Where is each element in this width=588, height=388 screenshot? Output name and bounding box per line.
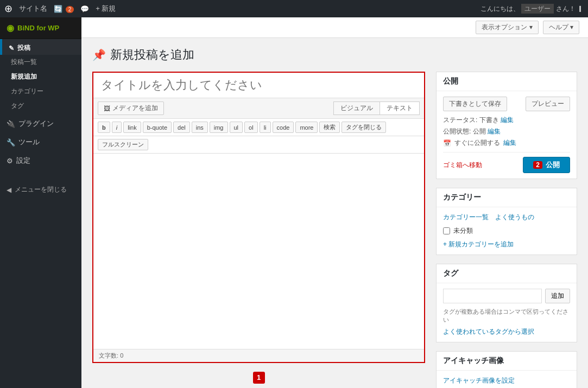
tag-input-row: 追加	[443, 289, 570, 303]
site-name[interactable]: サイト名	[19, 4, 47, 14]
settings-icon: ⚙	[7, 157, 13, 165]
sidebar: ◉ BiND for WP ✎ 投稿 投稿一覧 新規追加 カテゴリー タグ 🔌 …	[0, 17, 81, 388]
code-button[interactable]: code	[273, 122, 294, 133]
category-panel: カテゴリー カテゴリー一覧 よく使うもの 未分類 + 新規カテゴリーを追加	[436, 188, 577, 255]
visual-tab-button[interactable]: ビジュアル	[333, 101, 380, 115]
page-header: 📌 新規投稿を追加	[81, 38, 588, 63]
badge1: 1	[253, 372, 265, 384]
editor-top-toolbar: 🖼 メディアを追加 ビジュアル テキスト	[93, 98, 424, 119]
sidebar-item-posts-new[interactable]: 新規追加	[0, 69, 81, 84]
format-toolbar-2: フルスクリーン	[93, 136, 424, 154]
fullscreen-button[interactable]: フルスクリーン	[98, 139, 148, 150]
img-button[interactable]: img	[210, 122, 228, 133]
tags-panel-body: 追加 タグが複数ある場合はコンマで区切ってください よく使われているタグから選択	[437, 283, 577, 342]
del-button[interactable]: del	[173, 122, 190, 133]
editor-tab-buttons: ビジュアル テキスト	[333, 101, 420, 115]
sub-header: 表示オプション ▾ ヘルプ ▾	[81, 17, 588, 38]
meta-column: 公開 下書きとして保存 プレビュー ステータス: 下書き 編集 公開状態:	[436, 72, 577, 388]
admin-bar: ⊕ サイト名 🔄 2 💬 + 新規 こんにちは、 ユーザー さん！ ▎	[0, 0, 588, 17]
visibility-row: 公開状態: 公開 編集	[443, 127, 570, 136]
uncategorized-label: 未分類	[453, 226, 473, 236]
close-menu-label: メニューを閉じる	[15, 185, 67, 194]
format-toolbar: b i link b-quote del ins img ul ol li co…	[93, 119, 424, 136]
add-category-link[interactable]: + 新規カテゴリーを追加	[443, 240, 570, 249]
status-row: ステータス: 下書き 編集	[443, 116, 570, 125]
more-button[interactable]: more	[295, 122, 318, 133]
editor-content-area[interactable]	[93, 154, 424, 349]
set-eyecatch-link[interactable]: アイキャッチ画像を設定	[443, 377, 515, 384]
sidebar-brand[interactable]: ◉ BiND for WP	[0, 17, 81, 39]
bold-button[interactable]: b	[98, 122, 110, 133]
page-title: 新規投稿を追加	[110, 47, 194, 63]
trash-link[interactable]: ゴミ箱へ移動	[443, 161, 482, 170]
calendar-icon: 📅	[443, 139, 451, 147]
sidebar-item-tools[interactable]: 🔧 ツール	[0, 133, 81, 151]
posts-icon: ✎	[9, 44, 14, 52]
schedule-row: 📅 すぐに公開する 編集	[443, 138, 570, 148]
search-button[interactable]: 検索	[319, 122, 340, 133]
badge1-row: 1	[92, 370, 425, 384]
sidebar-item-plugins[interactable]: 🔌 プラグイン	[0, 115, 81, 133]
sidebar-item-posts-list[interactable]: 投稿一覧	[0, 55, 81, 69]
sidebar-item-settings[interactable]: ⚙ 設定	[0, 151, 81, 170]
sidebar-section-posts: ✎ 投稿 投稿一覧 新規追加 カテゴリー タグ	[0, 39, 81, 113]
tag-input[interactable]	[443, 289, 542, 303]
publish-panel: 公開 下書きとして保存 プレビュー ステータス: 下書き 編集 公開状態:	[436, 72, 577, 179]
ul-button[interactable]: ul	[230, 122, 243, 133]
eyecatch-panel-body: アイキャッチ画像を設定	[437, 371, 577, 388]
main-content: 表示オプション ▾ ヘルプ ▾ 📌 新規投稿を追加 🖼 メディアを追加	[81, 17, 588, 388]
eyecatch-panel: アイキャッチ画像 アイキャッチ画像を設定	[436, 351, 577, 388]
publish-footer: ゴミ箱へ移動 2 公開	[443, 152, 570, 173]
publish-button[interactable]: 2 公開	[523, 157, 570, 173]
popular-tags-link[interactable]: よく使われているタグから選択	[443, 328, 534, 335]
tools-label: ツール	[18, 137, 40, 147]
publish-panel-body: 下書きとして保存 プレビュー ステータス: 下書き 編集 公開状態: 公開 編集	[437, 91, 577, 179]
close-menu-icon: ◀	[7, 186, 11, 194]
update-count-icon[interactable]: 🔄 2	[54, 5, 74, 13]
publish-panel-title: 公開	[437, 72, 577, 91]
editor-box: 🖼 メディアを追加 ビジュアル テキスト b i link b-quot	[92, 72, 425, 363]
tags-panel: タグ 追加 タグが複数ある場合はコンマで区切ってください よく使われているタグか…	[436, 264, 577, 342]
status-edit-link[interactable]: 編集	[501, 116, 514, 124]
italic-button[interactable]: i	[112, 122, 122, 133]
settings-label: 設定	[16, 156, 30, 166]
editor-column: 🖼 メディアを追加 ビジュアル テキスト b i link b-quot	[92, 72, 425, 388]
ol-button[interactable]: ol	[244, 122, 258, 133]
plugins-label: プラグイン	[18, 119, 54, 129]
category-panel-body: カテゴリー一覧 よく使うもの 未分類 + 新規カテゴリーを追加	[437, 207, 577, 255]
sidebar-posts-header[interactable]: ✎ 投稿	[0, 39, 81, 55]
visibility-edit-link[interactable]: 編集	[488, 128, 501, 135]
category-popular-tab[interactable]: よく使うもの	[495, 213, 534, 222]
li-button[interactable]: li	[260, 122, 271, 133]
link-button[interactable]: link	[123, 122, 141, 133]
bquote-button[interactable]: b-quote	[143, 122, 172, 133]
add-media-button[interactable]: 🖼 メディアを追加	[98, 101, 164, 115]
save-draft-button[interactable]: 下書きとして保存	[443, 97, 507, 111]
add-tag-button[interactable]: 追加	[545, 289, 570, 303]
category-tabs: カテゴリー一覧 よく使うもの	[443, 213, 570, 222]
close-tag-button[interactable]: タグを閉じる	[342, 122, 386, 133]
word-count-bar: 文字数: 0	[93, 349, 424, 362]
category-all-tab[interactable]: カテゴリー一覧	[443, 213, 489, 222]
sidebar-item-posts-tag[interactable]: タグ	[0, 99, 81, 113]
sidebar-close-menu-button[interactable]: ◀ メニューを閉じる	[0, 181, 81, 199]
display-options-button[interactable]: 表示オプション ▾	[476, 21, 538, 34]
text-tab-button[interactable]: テキスト	[380, 101, 420, 115]
uncategorized-checkbox[interactable]	[443, 227, 450, 234]
sidebar-brand-label: BiND for WP	[17, 24, 59, 32]
help-button[interactable]: ヘルプ ▾	[543, 21, 579, 34]
category-item-uncategorized: 未分類	[443, 226, 570, 236]
bind-logo-icon: ◉	[7, 23, 14, 33]
post-title-input[interactable]	[93, 73, 424, 98]
ins-button[interactable]: ins	[192, 122, 208, 133]
preview-button[interactable]: プレビュー	[526, 97, 570, 111]
howdy-text: こんにちは、 ユーザー さん！ ▎	[480, 4, 584, 14]
comments-icon[interactable]: 💬	[80, 5, 89, 13]
schedule-edit-link[interactable]: 編集	[503, 138, 516, 148]
plugins-icon: 🔌	[7, 120, 15, 128]
media-icon: 🖼	[104, 105, 110, 112]
sidebar-item-posts-cat[interactable]: カテゴリー	[0, 84, 81, 99]
new-post-button[interactable]: + 新規	[96, 4, 116, 14]
wp-logo-icon[interactable]: ⊕	[4, 3, 12, 15]
tags-panel-title: タグ	[437, 264, 577, 283]
